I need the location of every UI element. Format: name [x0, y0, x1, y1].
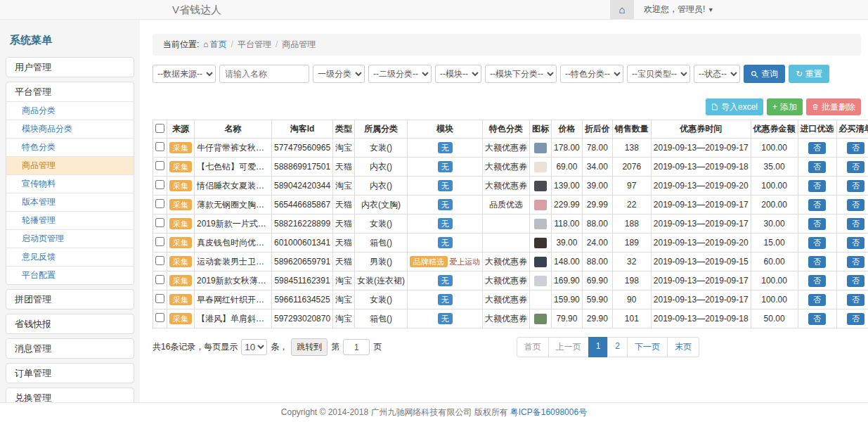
page-button[interactable]: 1	[588, 337, 609, 357]
breadcrumb-home-link[interactable]: 首页	[210, 39, 227, 49]
coupon-amount: 30.00	[751, 215, 798, 234]
must-buy-toggle[interactable]: 否	[847, 199, 864, 211]
price: 148.00	[552, 252, 583, 271]
module-cell: 无	[408, 158, 483, 177]
status-select[interactable]: --状态--	[694, 65, 740, 83]
must-buy-toggle[interactable]: 否	[847, 142, 864, 154]
import-select-toggle[interactable]: 否	[808, 237, 826, 249]
icp-link[interactable]: 粤ICP备16098006号	[510, 407, 587, 418]
sales-count: 97	[612, 177, 651, 196]
sidebar-group-header[interactable]: 省钱快报	[6, 314, 134, 333]
row-checkbox[interactable]	[155, 142, 164, 151]
row-checkbox[interactable]	[155, 313, 164, 322]
row-checkbox[interactable]	[155, 199, 164, 208]
import-select-cell: 否	[798, 177, 836, 196]
sidebar-group-header[interactable]: 消息管理	[6, 339, 134, 358]
icon-cell	[530, 252, 552, 271]
import-select-toggle[interactable]: 否	[808, 180, 826, 192]
row-checkbox[interactable]	[155, 237, 164, 246]
must-buy-toggle[interactable]: 否	[847, 256, 864, 268]
must-buy-toggle[interactable]: 否	[847, 161, 864, 173]
sidebar-group-header[interactable]: 订单管理	[6, 364, 134, 383]
module-badge: 无	[438, 199, 453, 210]
sidebar: 系统菜单 用户管理平台管理商品分类模块商品分类特色分类商品管理宣传物料版本管理轮…	[0, 20, 140, 422]
page-button[interactable]: 下一页	[627, 337, 668, 357]
page-button[interactable]: 2	[607, 337, 628, 357]
page-button[interactable]: 首页	[517, 337, 549, 357]
source-cell: 采集	[167, 177, 195, 196]
level2-category-select[interactable]: --二级分类--	[368, 65, 432, 83]
module-select[interactable]: --模块--	[435, 65, 481, 83]
coupon-time: 2019-09-13—2019-09-20	[651, 177, 751, 196]
product-thumbnail	[534, 200, 547, 210]
import-select-toggle[interactable]: 否	[808, 142, 826, 154]
name-cell: 2019新款女秋薄款...	[195, 271, 272, 290]
row-checkbox[interactable]	[155, 294, 164, 303]
import-select-toggle[interactable]: 否	[808, 313, 826, 325]
product-type: 淘宝	[333, 271, 355, 290]
module-sub-category-select[interactable]: --模块下分类--	[485, 65, 557, 83]
page-button[interactable]: 末页	[667, 337, 699, 357]
name-search-input[interactable]	[219, 65, 309, 83]
must-buy-toggle[interactable]: 否	[847, 275, 864, 287]
feature-category: 品质优选	[483, 196, 530, 215]
import-select-toggle[interactable]: 否	[808, 218, 826, 230]
sidebar-subitem[interactable]: 平台配置	[6, 266, 134, 284]
table-row: 采集 情侣睡衣女夏装绸男士... 589042420344 淘宝 内衣() 无 …	[153, 177, 868, 196]
import-select-toggle[interactable]: 否	[808, 161, 826, 173]
item-type-select[interactable]: --宝贝类型--	[627, 65, 690, 83]
row-checkbox[interactable]	[155, 275, 164, 284]
sidebar-subitem[interactable]: 版本管理	[6, 193, 134, 211]
row-checkbox[interactable]	[155, 256, 164, 265]
sidebar-group-header[interactable]: 平台管理	[6, 82, 134, 101]
price: 159.90	[552, 290, 583, 309]
name-cell: 情侣睡衣女夏装绸男士...	[195, 177, 272, 196]
price: 39.00	[552, 234, 583, 252]
import-select-toggle[interactable]: 否	[808, 275, 826, 287]
coupon-amount: 15.00	[751, 234, 798, 252]
sidebar-group-header[interactable]: 拼团管理	[6, 290, 134, 309]
must-buy-toggle[interactable]: 否	[847, 180, 864, 192]
row-checkbox[interactable]	[155, 161, 164, 170]
sidebar-subitem[interactable]: 宣传物料	[6, 174, 134, 193]
sidebar-subitem[interactable]: 意见反馈	[6, 248, 134, 266]
home-button[interactable]: ⌂	[610, 0, 634, 19]
sidebar-subitem[interactable]: 商品管理	[6, 156, 134, 174]
coupon-amount: 50.00	[751, 309, 798, 328]
taoke-id: 598451162391	[272, 271, 333, 290]
page-button[interactable]: 上一页	[548, 337, 589, 357]
level1-category-select[interactable]: 一级分类	[313, 65, 365, 83]
page-size-select[interactable]: 10	[241, 339, 267, 355]
import-select-toggle[interactable]: 否	[808, 199, 826, 211]
user-menu[interactable]: 欢迎您，管理员! ▾	[644, 4, 713, 15]
import-select-toggle[interactable]: 否	[808, 256, 826, 268]
sidebar-subitem[interactable]: 启动页管理	[6, 229, 134, 248]
must-buy-toggle[interactable]: 否	[847, 294, 864, 306]
module-cell: 无	[408, 177, 483, 196]
source-cell: 采集	[167, 290, 195, 309]
sidebar-subitem[interactable]: 模块商品分类	[6, 120, 134, 138]
sidebar-group-header[interactable]: 用户管理	[6, 58, 134, 77]
import-excel-button[interactable]: 导入excel	[706, 98, 763, 115]
feature-category-select[interactable]: --特色分类--	[560, 65, 623, 83]
must-buy-toggle[interactable]: 否	[847, 218, 864, 230]
sidebar-subitem[interactable]: 特色分类	[6, 138, 134, 156]
jump-button[interactable]: 跳转到	[291, 338, 328, 356]
discount-price: 69.90	[582, 271, 612, 290]
row-checkbox[interactable]	[155, 180, 164, 189]
must-buy-cell: 否	[836, 290, 868, 309]
must-buy-toggle[interactable]: 否	[847, 313, 864, 325]
row-checkbox[interactable]	[155, 218, 164, 227]
sidebar-subitem[interactable]: 商品分类	[6, 101, 134, 120]
query-button[interactable]: 查询	[744, 65, 785, 83]
batch-delete-button[interactable]: 批量删除	[806, 98, 861, 115]
data-source-select[interactable]: --数据来源--	[153, 65, 216, 83]
must-buy-toggle[interactable]: 否	[847, 237, 864, 249]
sidebar-subitem[interactable]: 轮播管理	[6, 211, 134, 229]
select-all-checkbox[interactable]	[155, 124, 164, 133]
import-select-toggle[interactable]: 否	[808, 294, 826, 306]
source-badge: 采集	[169, 218, 192, 229]
reset-button[interactable]: ↻ 重置	[789, 65, 829, 83]
jump-page-input[interactable]	[343, 339, 370, 355]
add-button[interactable]: + 添加	[767, 98, 803, 115]
